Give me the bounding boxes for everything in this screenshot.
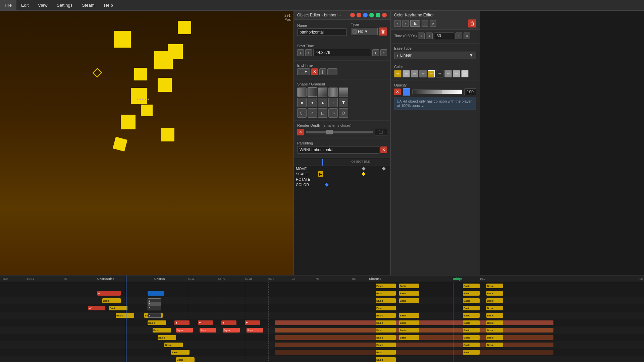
depth-slider[interactable] [306,131,373,133]
tl-block-red-w[interactable]: W [97,291,121,296]
tl-block-basic-18[interactable]: Basic [463,313,480,318]
ckf-time-next[interactable]: › [455,33,462,39]
tl-block-zag-4[interactable]: Z [148,313,161,318]
shape-sqring-button[interactable]: ▢ [318,108,327,118]
tl-block-basic-35[interactable]: Basic [376,350,396,355]
tl-block-basic-5[interactable]: Basic [376,291,396,296]
tl-block-red-sq3[interactable]: ▼ [221,320,236,325]
depth-value-input[interactable] [375,129,387,135]
timeline-body[interactable]: Basic Basic Basic Basic W Z Basic Basic … [0,282,644,362]
tl-block-basic-25[interactable]: Basic [399,328,419,333]
tl-block-basic-8[interactable]: Basic [486,291,503,296]
shape-ring-button[interactable]: ○ [308,108,317,118]
tl-block-basic-14[interactable]: Basic [463,306,480,310]
tl-block-basic-r6[interactable]: Basic [153,328,171,333]
ckf-delete-button[interactable]: 🗑 [468,19,476,27]
shape-grad1-button[interactable] [297,87,307,97]
tl-block-basic-1[interactable]: Basic [376,284,396,288]
tl-block-basic-30[interactable]: Basic [463,335,480,340]
shape-sq-button[interactable]: ■ [297,98,307,107]
shape-circle-button[interactable]: ● [308,98,317,107]
shape-grad3-button[interactable] [318,87,327,97]
end-time-bar-button[interactable]: | [319,68,326,75]
tl-block-basic-6[interactable]: Basic [399,291,419,296]
swatch-med-button[interactable]: ✏ [411,70,418,77]
menu-edit[interactable]: Edit [16,0,33,10]
swatch-vlight-button[interactable]: ✏ [461,70,469,77]
tl-block-zag-3[interactable]: Z [148,306,161,310]
tl-block-basic-26[interactable]: Basic [463,328,480,333]
parent-input[interactable] [297,146,379,154]
tl-block-basic-r9[interactable]: Basic [171,350,190,355]
tl-block-basic-23[interactable]: Basic [486,320,503,325]
menu-steam[interactable]: Steam [77,0,99,10]
opacity-slider[interactable] [412,89,462,94]
tl-block-squa-2[interactable]: Squa [200,328,216,333]
start-prev-button[interactable]: ‹ [305,49,312,56]
tl-block-basic-32[interactable]: Basic [376,343,396,347]
tl-block-red-sq4[interactable]: ▼ [245,320,260,325]
swatch-orange-button[interactable]: ✏ [394,70,401,77]
shape-tri-button[interactable]: ▲ [318,98,327,107]
tl-block-basic-31[interactable]: Basic [486,335,503,340]
tl-block-basic-37[interactable]: Basic [376,357,396,362]
menu-settings[interactable]: Settings [52,0,77,10]
tl-block-basic-r3[interactable]: Basic [116,313,134,318]
shape-hexagon-button[interactable]: ⬡ [297,108,307,118]
menu-help[interactable]: Help [99,0,118,10]
tl-block-basic-21[interactable]: Basic [399,320,419,325]
ckf-dbl-next-button[interactable]: » [430,20,436,27]
tl-block-basic-24[interactable]: Basic [376,328,396,333]
name-input[interactable] [297,28,347,36]
opacity-color-button[interactable] [403,88,410,96]
depth-thumb[interactable] [326,130,333,134]
swatch-black-button[interactable]: ✏ [436,70,443,77]
menu-view[interactable]: View [33,0,52,10]
ckf-prev-button[interactable]: ‹ [402,20,409,27]
tl-block-squa-3[interactable]: Squa [223,328,240,333]
swatch-gray-button[interactable]: ✏ [444,70,452,77]
tl-block-basic-r10[interactable]: Basic [176,357,195,362]
end-time-clear-button[interactable]: ✕ [311,68,318,75]
end-time-more-button[interactable]: ··· [327,68,337,75]
parent-clear-button[interactable]: ✕ [380,146,387,153]
tl-block-basic-16[interactable]: Basic [376,313,396,318]
tl-block-basic-3[interactable]: Basic [463,284,480,288]
start-skip-fwd-button[interactable]: » [380,49,387,56]
start-skip-back-button[interactable]: « [297,49,304,56]
tl-block-red-sq2[interactable]: ▼ [198,320,213,325]
swatch-dark-button[interactable]: ✏ [419,70,427,77]
shape-T-button[interactable]: T [339,98,348,107]
tl-block-basic-33[interactable]: Basic [463,343,480,347]
tl-block-basic-r5[interactable]: Basic [148,320,166,325]
tl-block-basic-13[interactable]: Basic [376,306,396,310]
shape-grad4-button[interactable] [328,87,338,97]
tl-block-basic-r7[interactable]: Basic [158,335,176,340]
tl-block-basic-20[interactable]: Basic [376,320,396,325]
swatch-light-button[interactable]: ✏ [402,70,410,77]
end-time-dropdown[interactable]: — ▼ [297,68,310,75]
opacity-value-input[interactable] [464,88,476,95]
tl-block-basic-19[interactable]: Basic [486,313,503,318]
menu-file[interactable]: File [0,0,16,10]
depth-clear-button[interactable]: ✕ [297,129,304,135]
tl-block-basic-17[interactable]: Basic [399,313,419,318]
swatch-active-button[interactable]: ✏ [428,70,435,77]
tl-block-squa-4[interactable]: Squa [247,328,263,333]
tl-block-basic-11[interactable]: Basic [463,298,480,303]
shape-arrow-button[interactable]: ↑ [328,98,338,107]
tl-block-basic-9[interactable]: Basic [376,298,396,303]
ckf-dbl-prev-button[interactable]: « [394,20,401,27]
start-next-button[interactable]: › [372,49,379,56]
tl-block-basic-28[interactable]: Basic [376,335,396,340]
tl-block-basic-34[interactable]: Basic [486,343,503,347]
tl-block-basic-36[interactable]: Basic [463,350,480,355]
type-dropdown[interactable]: Hit ▼ [351,28,378,35]
tl-block-basic-10[interactable]: Basic [399,298,419,303]
swatch-light2-button[interactable]: ✏ [453,70,460,77]
shape-pentagon-button[interactable]: ⬠ [339,108,348,118]
tl-block-basic-r8[interactable]: Basic [164,343,183,347]
tl-block-squa-1[interactable]: Squa [176,328,193,333]
ckf-time-prev[interactable]: ‹ [426,33,433,39]
ckf-time-dbl-next[interactable]: » [464,33,470,39]
